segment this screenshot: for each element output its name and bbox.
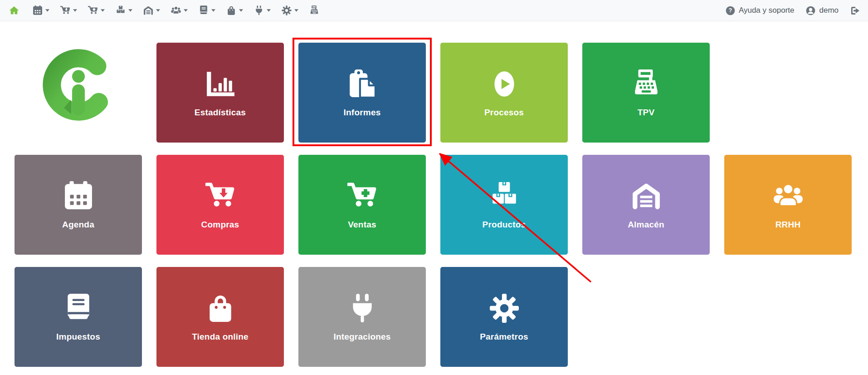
cart-arrow-down-icon: [60, 5, 70, 15]
cash-register-icon: [631, 69, 661, 99]
tile-impuestos[interactable]: Impuestos: [15, 267, 142, 367]
module-grid: Estadísticas Informes Procesos TPV Agend…: [15, 43, 852, 367]
tile-label: Integraciones: [333, 332, 390, 341]
cart-plus-icon: [88, 5, 98, 15]
chevron-down-icon: [211, 9, 215, 12]
tile-label: Agenda: [62, 220, 94, 229]
username-label: demo: [819, 6, 839, 15]
user-menu[interactable]: demo: [806, 6, 839, 15]
gear-icon: [282, 5, 292, 15]
navbar-user-area: Ayuda y soporte demo: [726, 6, 860, 15]
chevron-down-icon: [45, 9, 49, 12]
calendar-icon: [63, 181, 93, 211]
tile-label: RRHH: [775, 220, 801, 229]
chevron-down-icon: [128, 9, 132, 12]
tile-parametros[interactable]: Parámetros: [440, 267, 568, 367]
tile-procesos[interactable]: Procesos: [440, 43, 568, 143]
tile-label: Compras: [201, 220, 239, 229]
cart-arrow-down-icon: [205, 181, 235, 211]
chevron-down-icon: [184, 9, 188, 12]
cubes-icon: [489, 181, 519, 211]
tile-label: Procesos: [484, 108, 524, 117]
calendar-icon: [33, 5, 43, 15]
cash-register-icon: [309, 5, 319, 15]
tile-informes[interactable]: Informes: [298, 43, 426, 143]
chevron-down-icon: [156, 9, 160, 12]
cubes-icon: [116, 5, 126, 15]
help-link[interactable]: Ayuda y soporte: [726, 6, 795, 15]
help-label: Ayuda y soporte: [739, 6, 795, 15]
logo-icon: [42, 49, 115, 121]
tile-label: TPV: [638, 108, 655, 117]
tile-label: Productos: [483, 220, 526, 229]
logout-button[interactable]: [850, 6, 860, 15]
tile-label: Parámetros: [480, 332, 528, 341]
warehouse-icon: [631, 181, 661, 211]
paste-icon: [347, 69, 377, 99]
gear-icon: [489, 293, 519, 323]
sign-out-icon: [850, 6, 860, 15]
nav-tpv-button[interactable]: [309, 5, 319, 15]
nav-compras-menu[interactable]: [60, 5, 77, 15]
users-icon: [773, 181, 803, 211]
tile-estadisticas[interactable]: Estadísticas: [156, 43, 284, 143]
tile-label: Tienda online: [192, 332, 249, 341]
book-icon: [63, 293, 93, 323]
chart-bar-icon: [205, 69, 235, 99]
shopping-bag-icon: [205, 293, 235, 323]
navbar-menu: [9, 5, 330, 15]
tile-compras[interactable]: Compras: [156, 155, 284, 255]
cart-plus-icon: [347, 181, 377, 211]
tile-tpv[interactable]: TPV: [582, 43, 710, 143]
nav-tienda-online-menu[interactable]: [226, 5, 243, 15]
tile-almacen[interactable]: Almacén: [582, 155, 710, 255]
chevron-down-icon: [239, 9, 243, 12]
nav-ventas-menu[interactable]: [88, 5, 105, 15]
tile-agenda[interactable]: Agenda: [15, 155, 142, 255]
tile-label: Ventas: [348, 220, 376, 229]
tile-label: Estadísticas: [195, 108, 246, 117]
home-button[interactable]: [9, 5, 19, 15]
tile-label: Informes: [344, 108, 381, 117]
tile-tienda-online[interactable]: Tienda online: [156, 267, 284, 367]
home-icon: [9, 5, 19, 15]
tile-productos[interactable]: Productos: [440, 155, 568, 255]
nav-integraciones-menu[interactable]: [254, 5, 271, 15]
plug-icon: [254, 5, 264, 15]
nav-agenda-menu[interactable]: [33, 5, 49, 15]
warehouse-icon: [143, 5, 153, 15]
nav-productos-menu[interactable]: [116, 5, 132, 15]
tile-integraciones[interactable]: Integraciones: [298, 267, 426, 367]
chevron-down-icon: [73, 9, 77, 12]
top-navbar: Ayuda y soporte demo: [0, 0, 868, 21]
tile-rrhh[interactable]: RRHH: [724, 155, 852, 255]
nav-parametros-menu[interactable]: [282, 5, 298, 15]
book-icon: [199, 5, 209, 15]
question-circle-icon: [726, 6, 735, 15]
plug-icon: [347, 293, 377, 323]
nav-rrhh-menu[interactable]: [171, 5, 188, 15]
nav-almacen-menu[interactable]: [143, 5, 160, 15]
chevron-down-icon: [267, 9, 271, 12]
app-logo: [15, 43, 142, 143]
chevron-down-icon: [294, 9, 298, 12]
play-icon: [489, 69, 519, 99]
tile-label: Almacén: [628, 220, 664, 229]
user-circle-icon: [806, 6, 815, 15]
users-icon: [171, 5, 181, 15]
shopping-bag-icon: [226, 5, 236, 15]
chevron-down-icon: [101, 9, 105, 12]
tile-label: Impuestos: [56, 332, 100, 341]
nav-impuestos-menu[interactable]: [199, 5, 215, 15]
tile-ventas[interactable]: Ventas: [298, 155, 426, 255]
